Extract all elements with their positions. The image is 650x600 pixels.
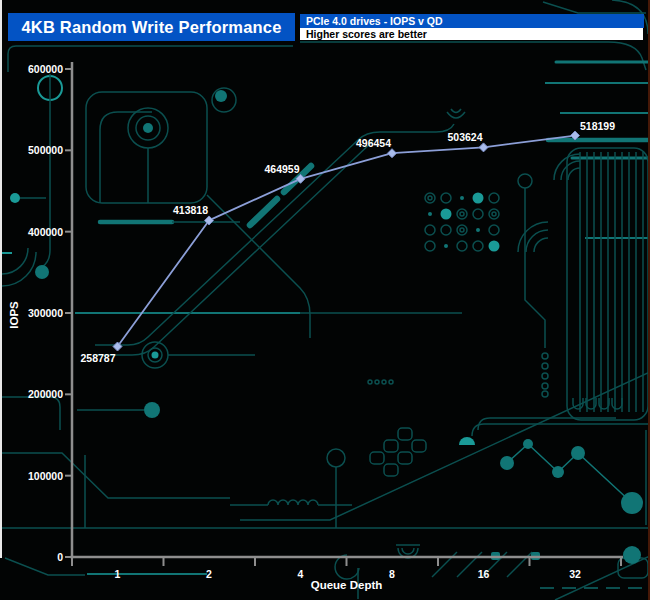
chart-screenshot: 0100000200000300000400000500000600000124…	[0, 0, 650, 600]
data-point-label: 464959	[264, 163, 299, 175]
data-point-label: 503624	[447, 131, 482, 143]
data-point-label: 518199	[580, 120, 615, 132]
y-tick-label: 500000	[28, 144, 63, 156]
x-tick-label: 2	[206, 568, 212, 580]
chart-subtitle: PCIe 4.0 drives - IOPS v QD	[306, 15, 443, 27]
chart-subtitle-bar: PCIe 4.0 drives - IOPS v QD	[300, 14, 644, 28]
data-point-label: 413818	[173, 204, 208, 216]
y-tick-label: 600000	[28, 63, 63, 75]
series-line	[118, 136, 576, 347]
data-point-marker	[296, 174, 305, 183]
x-tick-label: 4	[298, 568, 304, 580]
chart-title: 4KB Random Write Performance	[21, 18, 281, 37]
data-point-marker	[479, 143, 488, 152]
y-tick-label: 100000	[28, 470, 63, 482]
data-point-marker	[571, 131, 580, 140]
y-tick-label: 300000	[28, 307, 63, 319]
chart-note: Higher scores are better	[306, 28, 427, 40]
chart-title-box: 4KB Random Write Performance	[8, 13, 295, 41]
x-tick-label: 32	[569, 568, 581, 580]
y-tick-label: 400000	[28, 226, 63, 238]
x-tick-label: 1	[115, 568, 121, 580]
data-point-marker	[388, 149, 397, 158]
left-border	[0, 0, 2, 558]
y-axis-title: IOPS	[8, 301, 20, 329]
chart-note-bar: Higher scores are better	[300, 28, 643, 40]
chart-canvas: 0100000200000300000400000500000600000124…	[0, 0, 650, 600]
data-point-label: 496454	[356, 137, 391, 149]
x-tick-label: 16	[478, 568, 490, 580]
y-tick-label: 0	[57, 551, 63, 563]
x-tick-label: 8	[389, 568, 395, 580]
x-axis-title: Queue Depth	[311, 579, 383, 591]
y-tick-label: 200000	[28, 388, 63, 400]
data-point-label: 258787	[80, 352, 115, 364]
